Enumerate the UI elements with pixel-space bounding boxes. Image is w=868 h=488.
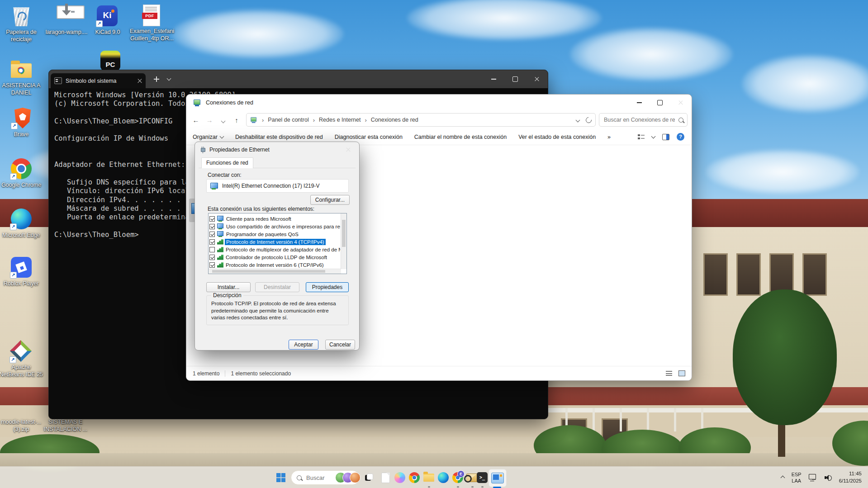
- kicad-label[interactable]: KiCad 9.0: [85, 29, 130, 36]
- recent-pages-icon[interactable]: [216, 116, 230, 124]
- close-button[interactable]: [526, 70, 548, 88]
- file-explorer-button[interactable]: [422, 470, 436, 485]
- install-button[interactable]: Instalar...: [206, 282, 251, 292]
- list-item-qos[interactable]: Programador de paquetes QoS: [209, 230, 340, 238]
- laragon-label[interactable]: laragon-wamp....: [44, 29, 89, 36]
- more-commands-icon[interactable]: »: [607, 134, 611, 140]
- list-item-multiplexor[interactable]: Protocolo de multiplexor de adaptador de…: [209, 246, 340, 253]
- icons-view-icon[interactable]: [678, 370, 685, 376]
- protocols-listbox[interactable]: Cliente para redes Microsoft Uso compart…: [208, 213, 347, 274]
- dialog-close-button[interactable]: [337, 142, 359, 157]
- list-item-tcpipv6[interactable]: Protocolo de Internet versión 6 (TCP/IPv…: [209, 261, 340, 269]
- dialog-titlebar[interactable]: Propiedades de Ethernet: [195, 142, 359, 157]
- pdf-file-label[interactable]: Examen_Estefani Guillen_4tp OR...: [128, 28, 175, 42]
- roblox-icon[interactable]: ↗: [11, 257, 32, 278]
- list-item-cliente[interactable]: Cliente para redes Microsoft: [209, 215, 340, 223]
- explorer-titlebar[interactable]: Conexiones de red: [186, 95, 692, 111]
- cancel-button[interactable]: Cancelar: [325, 340, 355, 350]
- terminal-titlebar[interactable]: Símbolo del sistema: [49, 70, 548, 88]
- recycle-bin-icon[interactable]: [10, 5, 30, 26]
- rename-connection-command[interactable]: Cambiar el nombre de esta conexión: [414, 134, 507, 140]
- properties-button[interactable]: Propiedades: [306, 282, 349, 292]
- checkbox[interactable]: [209, 255, 215, 260]
- preview-pane-icon[interactable]: [662, 134, 669, 140]
- kicad-icon[interactable]: Ki ↗: [97, 5, 118, 26]
- google-chrome-label[interactable]: Google Chrome: [0, 182, 44, 189]
- notepad-button[interactable]: [378, 470, 393, 485]
- terminal-tab[interactable]: Símbolo del sistema: [51, 73, 146, 88]
- microsoft-edge-icon[interactable]: ↗: [11, 208, 32, 229]
- view-status-command[interactable]: Ver el estado de esta conexión: [518, 134, 596, 140]
- checkbox[interactable]: [209, 224, 215, 229]
- view-dropdown-icon[interactable]: [651, 134, 656, 138]
- tab-funciones-de-red[interactable]: Funciones de red: [201, 157, 253, 168]
- search-box[interactable]: [599, 113, 688, 127]
- breadcrumb-bar[interactable]: › Panel de control › Redes e Internet › …: [246, 113, 596, 127]
- view-selector-icon[interactable]: [638, 134, 645, 140]
- list-item-tcpipv4[interactable]: Protocolo de Internet versión 4 (TCP/IPv…: [209, 238, 340, 246]
- organize-menu[interactable]: Organizar: [193, 134, 223, 140]
- horizontal-scrollbar[interactable]: [209, 269, 341, 274]
- maximize-button[interactable]: [504, 70, 526, 88]
- brave-label[interactable]: Brave: [0, 131, 44, 138]
- forward-icon[interactable]: →: [203, 116, 216, 124]
- start-button[interactable]: [274, 470, 288, 485]
- details-view-icon[interactable]: [666, 371, 672, 376]
- brave-icon[interactable]: ↗: [12, 108, 32, 128]
- checkbox[interactable]: [209, 262, 215, 268]
- checkbox[interactable]: [209, 247, 215, 252]
- chrome-button[interactable]: [407, 470, 422, 485]
- tab-close-icon[interactable]: [138, 79, 142, 83]
- list-item-uso-compartido[interactable]: Uso compartido de archivos e impresoras …: [209, 223, 340, 230]
- checkbox[interactable]: [209, 239, 215, 245]
- disable-device-command[interactable]: Deshabilitar este dispositivo de red: [235, 134, 323, 140]
- moodle-zip-label[interactable]: moodle-latest-... (3).zip: [0, 419, 44, 433]
- tab-dropdown-icon[interactable]: [167, 76, 171, 81]
- search-input[interactable]: [603, 116, 676, 123]
- ok-button[interactable]: Aceptar: [289, 340, 318, 350]
- close-button[interactable]: [670, 95, 692, 111]
- clock[interactable]: 11:45 6/11/2025: [839, 470, 862, 484]
- breadcrumb-panel-de-control[interactable]: Panel de control: [268, 117, 308, 123]
- google-chrome-icon[interactable]: ↗: [11, 158, 32, 179]
- checkbox[interactable]: [209, 216, 215, 222]
- search-icon[interactable]: [678, 118, 683, 123]
- uninstall-button[interactable]: Desinstalar: [255, 282, 299, 292]
- laragon-download-icon[interactable]: [56, 5, 77, 27]
- vertical-scrollbar[interactable]: [341, 213, 346, 269]
- taskbar-search-input[interactable]: [305, 474, 335, 482]
- refresh-icon[interactable]: [584, 116, 593, 124]
- back-icon[interactable]: ←: [189, 116, 203, 124]
- minimize-button[interactable]: [483, 70, 504, 88]
- configure-button[interactable]: Configurar...: [310, 195, 350, 205]
- address-dropdown-icon[interactable]: [576, 118, 580, 122]
- netbeans-label[interactable]: Apache NetBeans IDE 25: [0, 364, 44, 378]
- hidden-icons-chevron[interactable]: [780, 475, 785, 480]
- edge-button[interactable]: [436, 470, 451, 485]
- minimize-button[interactable]: [628, 95, 650, 111]
- network-tray-icon[interactable]: [809, 474, 817, 481]
- copilot-button[interactable]: [393, 470, 407, 485]
- sistemas-folder-label[interactable]: SISTEMAS E INSTALACIÓN ...: [42, 419, 90, 433]
- asistencia-folder-label[interactable]: ASISTENCIA A DANIEL: [0, 82, 44, 96]
- network-settings-button-active[interactable]: [489, 469, 507, 487]
- help-icon[interactable]: ?: [677, 133, 684, 141]
- chrome-profile-button[interactable]: E: [451, 470, 465, 485]
- asistencia-folder-icon[interactable]: [11, 59, 32, 78]
- taskbar-search[interactable]: [291, 470, 360, 485]
- pc-app-icon[interactable]: PC: [100, 51, 120, 71]
- diagnose-connection-command[interactable]: Diagnosticar esta conexión: [335, 134, 403, 140]
- pdf-file-icon[interactable]: PDF: [140, 5, 160, 26]
- breadcrumb-redes-e-internet[interactable]: Redes e Internet: [319, 117, 360, 123]
- checkbox[interactable]: [209, 232, 215, 237]
- volume-icon[interactable]: [825, 474, 832, 481]
- list-item-lldp[interactable]: Controlador de protocolo LLDP de Microso…: [209, 253, 340, 261]
- recycle-bin-label[interactable]: Papelera de reciclaje: [0, 29, 44, 43]
- roblox-label[interactable]: Roblox Player: [0, 280, 44, 288]
- netbeans-icon[interactable]: ↗: [10, 341, 32, 362]
- language-indicator[interactable]: ESP LAA: [792, 471, 802, 484]
- terminal-button[interactable]: >_: [475, 470, 489, 485]
- up-icon[interactable]: ↑: [230, 116, 243, 124]
- breadcrumb-conexiones-de-red[interactable]: Conexiones de red: [371, 117, 418, 123]
- microsoft-edge-label[interactable]: Microsoft Edge: [0, 232, 44, 239]
